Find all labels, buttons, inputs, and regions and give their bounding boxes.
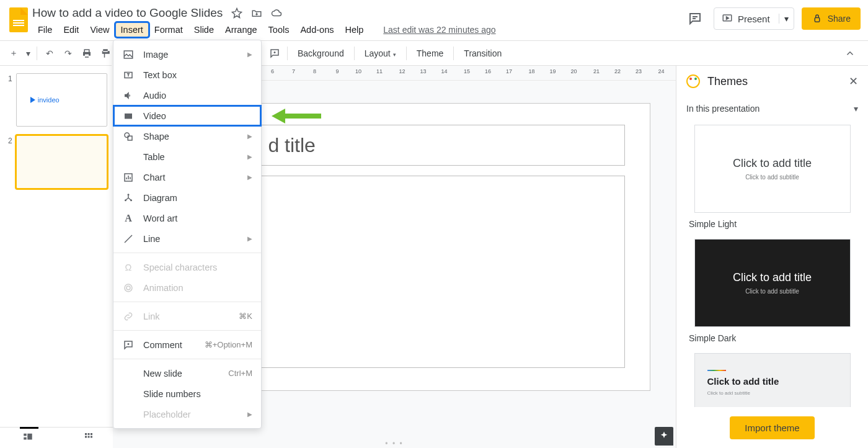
svg-rect-1: [815, 18, 820, 22]
insert-comment[interactable]: Comment ⌘+Option+M: [113, 334, 261, 355]
insert-chart[interactable]: Chart ▶: [113, 167, 261, 187]
slide-thumbnail[interactable]: invideo: [16, 73, 107, 127]
slide-number: 2: [5, 135, 12, 189]
insert-textbox[interactable]: Text box: [113, 65, 261, 85]
undo-icon[interactable]: ↶: [41, 45, 58, 62]
collapse-toolbar-icon[interactable]: [842, 45, 863, 62]
last-edit-link[interactable]: Last edit was 22 minutes ago: [378, 22, 501, 37]
theme-card-subtitle: Click to add subtitle: [707, 390, 750, 396]
omega-icon: Ω: [122, 262, 135, 272]
layout-dropdown[interactable]: Layout: [358, 48, 402, 58]
insert-table[interactable]: Table ▶: [113, 146, 261, 167]
audio-icon: [122, 90, 135, 101]
move-to-drive-icon[interactable]: [251, 7, 262, 19]
app-header: How to add a video to Google Slides File…: [0, 0, 868, 41]
new-slide-dropdown-icon[interactable]: ▾: [24, 45, 33, 62]
insert-new-slide[interactable]: New slide Ctrl+M: [113, 363, 261, 383]
theme-card-title: Click to add title: [733, 271, 812, 284]
speaker-notes-handle[interactable]: • • •: [385, 439, 403, 448]
comment-icon: [122, 339, 135, 351]
svg-rect-8: [85, 436, 87, 438]
new-slide-button[interactable]: ＋: [5, 45, 22, 62]
insert-slide-numbers[interactable]: Slide numbers: [113, 383, 261, 404]
svg-rect-9: [88, 436, 90, 438]
theme-card-title: Click to add title: [733, 157, 812, 170]
theme-card-simple-dark[interactable]: Click to add title Click to add subtitle: [694, 239, 851, 327]
play-triangle-icon: [30, 97, 35, 103]
invideo-logo: invideo: [17, 96, 60, 104]
menu-view[interactable]: View: [84, 22, 115, 37]
theme-label: Simple Dark: [689, 333, 858, 343]
import-theme-button[interactable]: Import theme: [730, 416, 814, 439]
insert-line[interactable]: Line ▶: [113, 228, 261, 249]
add-comment-icon[interactable]: [266, 45, 283, 62]
theme-card-streamline[interactable]: Click to add title Click to add subtitle: [694, 353, 851, 407]
background-button[interactable]: Background: [291, 48, 350, 58]
video-icon: [122, 110, 135, 122]
svg-rect-3: [24, 437, 27, 440]
svg-rect-10: [91, 436, 92, 438]
slide-entry-2[interactable]: 2: [5, 135, 107, 189]
insert-wordart[interactable]: A Word art: [113, 208, 261, 228]
present-button[interactable]: Present ▾: [714, 7, 794, 30]
print-icon[interactable]: [78, 45, 95, 62]
theme-card-simple-light[interactable]: Click to add title Click to add subtitle: [694, 125, 851, 213]
transition-button[interactable]: Transition: [458, 48, 508, 58]
document-title[interactable]: How to add a video to Google Slides: [32, 6, 223, 20]
insert-shape[interactable]: Shape ▶: [113, 126, 261, 146]
share-button[interactable]: Share: [802, 7, 861, 30]
filmstrip: 1 invideo 2: [0, 66, 113, 448]
svg-rect-2: [24, 434, 27, 436]
svg-point-13: [125, 133, 130, 138]
menu-arrange[interactable]: Arrange: [219, 22, 263, 37]
comments-icon[interactable]: [684, 7, 706, 30]
themes-title: Themes: [707, 75, 841, 88]
star-icon[interactable]: [231, 7, 242, 19]
svg-point-20: [125, 284, 132, 292]
menu-file[interactable]: File: [32, 22, 58, 37]
filmstrip-view-icon[interactable]: [22, 431, 33, 444]
theme-card-subtitle: Click to add subtitle: [745, 174, 799, 181]
grid-view-icon[interactable]: [83, 431, 94, 444]
submenu-arrow-icon: ▶: [247, 51, 252, 58]
menu-help[interactable]: Help: [339, 22, 369, 37]
submenu-arrow-icon: ▶: [247, 235, 252, 242]
menu-edit[interactable]: Edit: [58, 22, 84, 37]
menu-slide[interactable]: Slide: [188, 22, 219, 37]
submenu-arrow-icon: ▶: [247, 174, 252, 181]
app-logo[interactable]: [5, 4, 32, 32]
insert-diagram[interactable]: Diagram: [113, 187, 261, 208]
slide-number: 1: [5, 73, 12, 127]
menu-insert[interactable]: Insert: [115, 22, 149, 37]
slide-thumbnail-selected[interactable]: [16, 135, 107, 189]
menu-bar: File Edit View Insert Format Slide Arran…: [32, 20, 684, 37]
menu-addons[interactable]: Add-ons: [294, 22, 339, 37]
shape-icon: [122, 131, 135, 142]
insert-image[interactable]: Image ▶: [113, 44, 261, 65]
svg-point-16: [128, 194, 130, 195]
menu-format[interactable]: Format: [149, 22, 188, 37]
present-dropdown-icon[interactable]: ▾: [779, 14, 794, 24]
close-icon[interactable]: ✕: [849, 74, 858, 88]
theme-button[interactable]: Theme: [410, 48, 450, 58]
submenu-arrow-icon: ▶: [247, 153, 252, 160]
explore-button[interactable]: [655, 427, 673, 446]
chart-icon: [122, 172, 135, 183]
themes-panel: Themes ✕ In this presentation ▾ Click to…: [676, 66, 868, 448]
insert-audio[interactable]: Audio: [113, 85, 261, 105]
diagram-icon: [122, 192, 135, 204]
slide-entry-1[interactable]: 1 invideo: [5, 73, 107, 127]
animation-icon: [122, 282, 135, 293]
line-icon: [122, 233, 135, 244]
theme-label: Simple Light: [689, 219, 858, 229]
cloud-status-icon[interactable]: [271, 7, 282, 19]
insert-video[interactable]: Video: [113, 105, 261, 126]
insert-special-characters: Ω Special characters: [113, 257, 261, 277]
redo-icon[interactable]: ↷: [60, 45, 77, 62]
svg-rect-4: [27, 434, 32, 440]
paint-format-icon[interactable]: [97, 45, 114, 62]
chevron-down-icon[interactable]: ▾: [854, 104, 858, 114]
textbox-icon: [122, 69, 135, 81]
menu-tools[interactable]: Tools: [263, 22, 295, 37]
theme-card-title: Click to add title: [707, 376, 779, 387]
